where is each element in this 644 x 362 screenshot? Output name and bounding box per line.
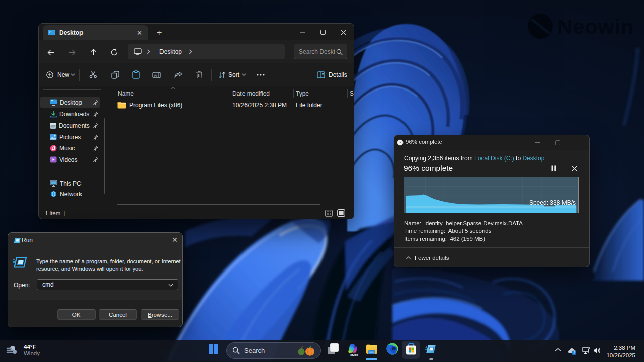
svg-text:Neowin: Neowin: [557, 15, 634, 38]
svg-text:M365: M365: [350, 353, 358, 356]
svg-text:A: A: [154, 73, 157, 78]
